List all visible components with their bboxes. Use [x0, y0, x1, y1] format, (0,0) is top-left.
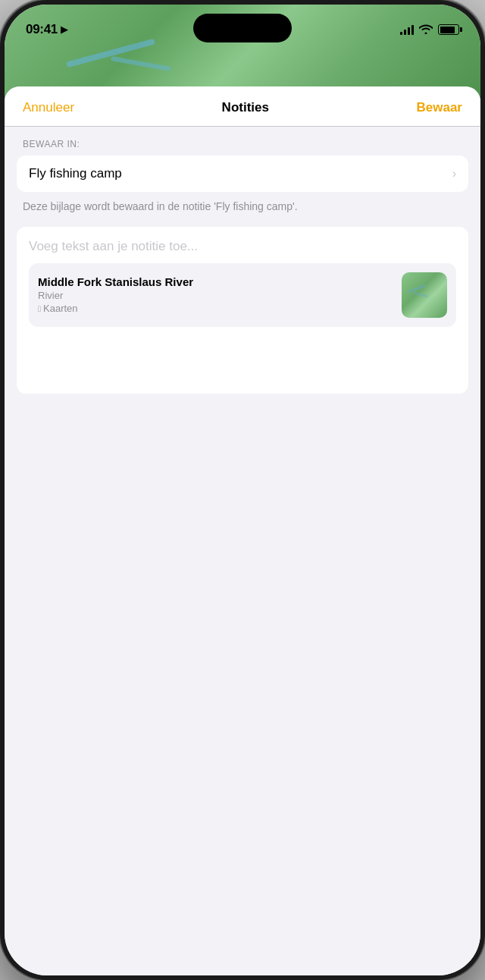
wifi-icon: [419, 24, 433, 36]
attachment-name: Middle Fork Stanislaus River: [38, 275, 402, 288]
battery-fill: [440, 27, 455, 33]
battery-icon: [438, 24, 459, 35]
phone-shell: 09:41 ▶: [0, 0, 485, 980]
attachment-thumbnail: [402, 272, 447, 318]
sheet-content: BEWAAR IN: Fly fishing camp › Deze bijla…: [5, 127, 480, 394]
thumbnail-river-detail2: [413, 291, 428, 297]
apple-logo-icon: : [38, 304, 41, 313]
note-text-area[interactable]: Voeg tekst aan je notitie toe... Middle …: [17, 227, 468, 394]
dynamic-island: [193, 14, 292, 42]
save-in-section-label: BEWAAR IN:: [5, 127, 480, 155]
status-time: 09:41 ▶: [26, 22, 67, 37]
nav-bar: Annuleer Notities Bewaar: [5, 86, 480, 127]
save-button[interactable]: Bewaar: [417, 100, 462, 115]
location-arrow-icon: ▶: [61, 24, 67, 35]
sheet-title: Notities: [222, 100, 269, 115]
attachment-card[interactable]: Middle Fork Stanislaus River Rivier  Ka…: [29, 263, 456, 327]
time-display: 09:41: [26, 22, 58, 37]
cancel-button[interactable]: Annuleer: [23, 100, 74, 115]
status-icons: [400, 24, 459, 36]
screen: 09:41 ▶: [5, 5, 480, 975]
note-name-label: Fly fishing camp: [29, 166, 122, 181]
thumbnail-river-detail: [408, 284, 427, 292]
signal-bars-icon: [400, 24, 414, 35]
note-placeholder-text: Voeg tekst aan je notitie toe...: [29, 239, 456, 254]
attachment-type: Rivier: [38, 290, 402, 301]
notes-sheet: Annuleer Notities Bewaar BEWAAR IN: Fly …: [5, 86, 480, 975]
save-in-row[interactable]: Fly fishing camp ›: [17, 155, 468, 192]
attachment-info: Middle Fork Stanislaus River Rivier  Ka…: [38, 275, 402, 314]
save-description: Deze bijlage wordt bewaard in de notitie…: [5, 192, 480, 227]
attachment-source:  Kaarten: [38, 303, 402, 314]
attachment-source-label: Kaarten: [43, 303, 78, 314]
chevron-right-icon: ›: [452, 167, 456, 181]
